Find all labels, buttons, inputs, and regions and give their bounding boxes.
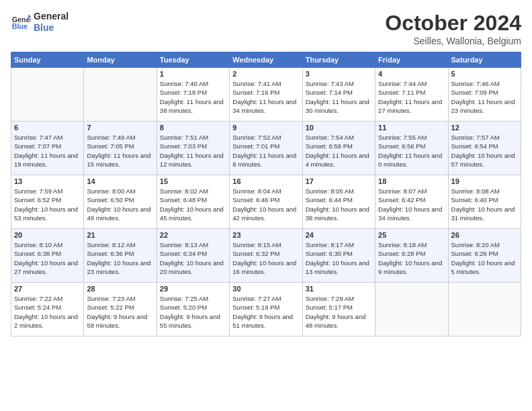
cell-5-7: [448, 283, 521, 336]
cell-3-6: 18Sunrise: 8:07 AMSunset: 6:42 PMDayligh…: [375, 175, 448, 229]
day-info: Sunrise: 7:46 AMSunset: 7:09 PMDaylight:…: [451, 79, 518, 115]
day-info: Sunrise: 7:49 AMSunset: 7:05 PMDaylight:…: [87, 133, 153, 169]
week-row-3: 13Sunrise: 7:59 AMSunset: 6:52 PMDayligh…: [11, 175, 521, 229]
cell-5-1: 27Sunrise: 7:22 AMSunset: 5:24 PMDayligh…: [11, 283, 84, 336]
day-number: 29: [160, 285, 226, 293]
day-info: Sunrise: 7:27 AMSunset: 5:19 PMDaylight:…: [232, 294, 299, 330]
day-number: 19: [451, 177, 518, 185]
cell-5-5: 31Sunrise: 7:29 AMSunset: 5:17 PMDayligh…: [302, 283, 375, 336]
day-info: Sunrise: 7:44 AMSunset: 7:11 PMDaylight:…: [378, 79, 445, 115]
day-number: 25: [378, 231, 445, 239]
day-number: 20: [14, 231, 81, 239]
cell-4-3: 22Sunrise: 8:13 AMSunset: 6:34 PMDayligh…: [157, 229, 229, 283]
cell-2-7: 12Sunrise: 7:57 AMSunset: 6:54 PMDayligh…: [448, 122, 521, 175]
cell-5-4: 30Sunrise: 7:27 AMSunset: 5:19 PMDayligh…: [230, 283, 302, 336]
title-block: October 2024 Seilles, Wallonia, Belgium: [385, 11, 521, 46]
cell-5-2: 28Sunrise: 7:23 AMSunset: 5:22 PMDayligh…: [84, 283, 157, 336]
cell-1-5: 3Sunrise: 7:43 AMSunset: 7:14 PMDaylight…: [302, 68, 375, 122]
week-row-5: 27Sunrise: 7:22 AMSunset: 5:24 PMDayligh…: [11, 283, 521, 336]
day-info: Sunrise: 7:52 AMSunset: 7:01 PMDaylight:…: [232, 133, 299, 169]
day-info: Sunrise: 7:41 AMSunset: 7:16 PMDaylight:…: [232, 79, 299, 115]
cell-2-4: 9Sunrise: 7:52 AMSunset: 7:01 PMDaylight…: [230, 122, 302, 175]
day-number: 9: [232, 124, 299, 132]
cell-2-6: 11Sunrise: 7:55 AMSunset: 6:56 PMDayligh…: [375, 122, 448, 175]
day-info: Sunrise: 8:15 AMSunset: 6:32 PMDaylight:…: [232, 240, 299, 276]
col-tuesday: Tuesday: [157, 52, 229, 68]
col-sunday: Sunday: [11, 52, 84, 68]
day-info: Sunrise: 7:59 AMSunset: 6:52 PMDaylight:…: [14, 187, 81, 222]
day-info: Sunrise: 8:07 AMSunset: 6:42 PMDaylight:…: [378, 187, 445, 222]
cell-5-6: [375, 283, 448, 336]
day-info: Sunrise: 8:20 AMSunset: 6:26 PMDaylight:…: [451, 240, 518, 276]
logo-text: General Blue: [34, 11, 69, 34]
cell-2-2: 7Sunrise: 7:49 AMSunset: 7:05 PMDaylight…: [84, 122, 157, 175]
day-number: 24: [306, 231, 372, 239]
logo-general: General: [34, 11, 69, 22]
day-info: Sunrise: 8:00 AMSunset: 6:50 PMDaylight:…: [87, 187, 153, 222]
header: General Blue General Blue October 2024 S…: [11, 11, 521, 46]
day-number: 26: [451, 231, 518, 239]
day-info: Sunrise: 8:13 AMSunset: 6:34 PMDaylight:…: [160, 240, 226, 276]
day-number: 7: [87, 124, 153, 132]
day-number: 17: [306, 177, 372, 185]
col-saturday: Saturday: [448, 52, 521, 68]
day-number: 30: [232, 285, 299, 293]
cell-3-5: 17Sunrise: 8:05 AMSunset: 6:44 PMDayligh…: [302, 175, 375, 229]
col-friday: Friday: [375, 52, 448, 68]
day-number: 10: [306, 124, 372, 132]
week-row-4: 20Sunrise: 8:10 AMSunset: 6:38 PMDayligh…: [11, 229, 521, 283]
day-info: Sunrise: 8:08 AMSunset: 6:40 PMDaylight:…: [451, 187, 518, 222]
cell-3-4: 16Sunrise: 8:04 AMSunset: 6:46 PMDayligh…: [230, 175, 302, 229]
logo: General Blue General Blue: [11, 11, 69, 34]
day-info: Sunrise: 7:25 AMSunset: 5:20 PMDaylight:…: [160, 294, 226, 330]
day-number: 3: [306, 70, 372, 78]
day-info: Sunrise: 7:40 AMSunset: 7:18 PMDaylight:…: [160, 79, 226, 115]
cell-4-7: 26Sunrise: 8:20 AMSunset: 6:26 PMDayligh…: [448, 229, 521, 283]
day-number: 1: [160, 70, 226, 78]
day-info: Sunrise: 7:47 AMSunset: 7:07 PMDaylight:…: [14, 133, 81, 169]
cell-3-7: 19Sunrise: 8:08 AMSunset: 6:40 PMDayligh…: [448, 175, 521, 229]
logo-blue: Blue: [34, 22, 69, 34]
col-monday: Monday: [84, 52, 157, 68]
cell-1-3: 1Sunrise: 7:40 AMSunset: 7:18 PMDaylight…: [157, 68, 229, 122]
cell-2-1: 6Sunrise: 7:47 AMSunset: 7:07 PMDaylight…: [11, 122, 84, 175]
day-info: Sunrise: 8:04 AMSunset: 6:46 PMDaylight:…: [232, 187, 299, 222]
logo-icon: General Blue: [11, 12, 31, 32]
day-info: Sunrise: 7:22 AMSunset: 5:24 PMDaylight:…: [14, 294, 81, 330]
day-info: Sunrise: 7:55 AMSunset: 6:56 PMDaylight:…: [378, 133, 445, 169]
calendar-table: Sunday Monday Tuesday Wednesday Thursday…: [11, 52, 521, 336]
day-number: 28: [87, 285, 153, 293]
day-info: Sunrise: 8:12 AMSunset: 6:36 PMDaylight:…: [87, 240, 153, 276]
cell-4-4: 23Sunrise: 8:15 AMSunset: 6:32 PMDayligh…: [230, 229, 302, 283]
day-number: 18: [378, 177, 445, 185]
day-number: 5: [451, 70, 518, 78]
location-title: Seilles, Wallonia, Belgium: [385, 36, 521, 46]
col-thursday: Thursday: [302, 52, 375, 68]
day-info: Sunrise: 7:23 AMSunset: 5:22 PMDaylight:…: [87, 294, 153, 330]
cell-5-3: 29Sunrise: 7:25 AMSunset: 5:20 PMDayligh…: [157, 283, 229, 336]
day-number: 4: [378, 70, 445, 78]
day-number: 13: [14, 177, 81, 185]
day-info: Sunrise: 7:43 AMSunset: 7:14 PMDaylight:…: [306, 79, 372, 115]
day-number: 22: [160, 231, 226, 239]
cell-4-5: 24Sunrise: 8:17 AMSunset: 6:30 PMDayligh…: [302, 229, 375, 283]
cell-1-2: [84, 68, 157, 122]
day-number: 2: [232, 70, 299, 78]
day-number: 16: [232, 177, 299, 185]
cell-4-6: 25Sunrise: 8:18 AMSunset: 6:28 PMDayligh…: [375, 229, 448, 283]
day-number: 14: [87, 177, 153, 185]
cell-1-4: 2Sunrise: 7:41 AMSunset: 7:16 PMDaylight…: [230, 68, 302, 122]
cell-4-1: 20Sunrise: 8:10 AMSunset: 6:38 PMDayligh…: [11, 229, 84, 283]
week-row-2: 6Sunrise: 7:47 AMSunset: 7:07 PMDaylight…: [11, 122, 521, 175]
day-info: Sunrise: 8:10 AMSunset: 6:38 PMDaylight:…: [14, 240, 81, 276]
svg-text:Blue: Blue: [12, 22, 28, 30]
cell-2-5: 10Sunrise: 7:54 AMSunset: 6:58 PMDayligh…: [302, 122, 375, 175]
day-number: 8: [160, 124, 226, 132]
day-number: 15: [160, 177, 226, 185]
cell-4-2: 21Sunrise: 8:12 AMSunset: 6:36 PMDayligh…: [84, 229, 157, 283]
day-info: Sunrise: 8:17 AMSunset: 6:30 PMDaylight:…: [306, 240, 372, 276]
day-number: 23: [232, 231, 299, 239]
day-info: Sunrise: 7:29 AMSunset: 5:17 PMDaylight:…: [306, 294, 372, 330]
cell-2-3: 8Sunrise: 7:51 AMSunset: 7:03 PMDaylight…: [157, 122, 229, 175]
cell-1-1: [11, 68, 84, 122]
